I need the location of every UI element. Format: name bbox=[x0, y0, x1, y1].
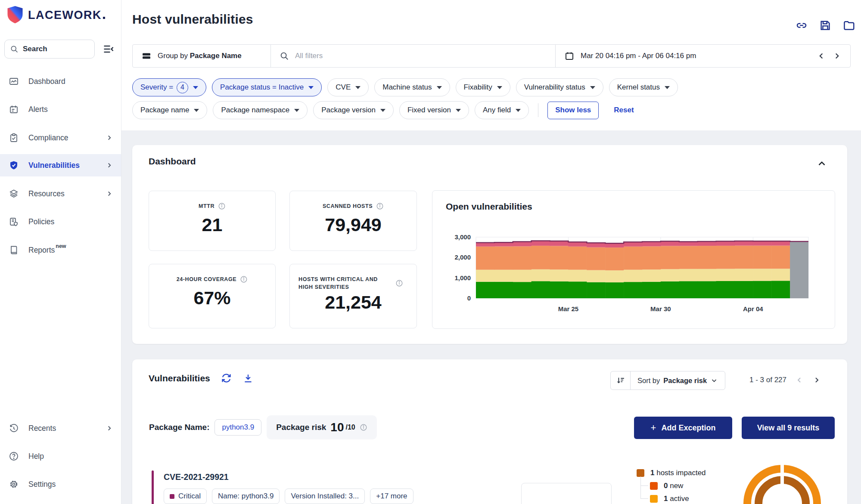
sidebar-item-policies[interactable]: Policies bbox=[0, 210, 121, 233]
sidebar-search-input[interactable] bbox=[23, 45, 83, 53]
chart-bar-pink-band bbox=[734, 241, 753, 246]
info-icon[interactable] bbox=[240, 275, 248, 283]
sidebar-item-reports[interactable]: Reports new bbox=[0, 239, 121, 261]
sidebar-item-vulnerabilities[interactable]: Vulnerabilities bbox=[0, 154, 121, 176]
sidebar-item-settings[interactable]: Settings bbox=[0, 473, 121, 495]
chart-bar-yellow-band bbox=[568, 270, 587, 281]
host-vulnerabilities-page: LACEWORK Dashboard Alerts Compliance Vul… bbox=[0, 0, 861, 504]
chart-bar-green-band bbox=[716, 281, 735, 298]
chart-bar-green-band bbox=[532, 281, 550, 298]
date-range-picker[interactable]: Mar 20 04:16 pm - Apr 06 04:16 pm bbox=[556, 45, 850, 67]
chart-bar-green-band bbox=[605, 282, 624, 298]
info-icon[interactable] bbox=[376, 202, 384, 210]
chart-bar-orange-band bbox=[605, 247, 624, 270]
filter-chip-package-namespace[interactable]: Package namespace bbox=[213, 101, 308, 119]
info-icon[interactable] bbox=[395, 279, 403, 287]
chip-label: Package status = Inactive bbox=[220, 83, 304, 92]
folder-icon[interactable] bbox=[842, 19, 855, 32]
brand-name: LACEWORK bbox=[28, 9, 102, 22]
collapse-panel-chevron-up-icon[interactable] bbox=[816, 158, 827, 169]
filter-chip-kernel-status[interactable]: Kernel status bbox=[609, 78, 678, 96]
chart-bar-pink-band bbox=[753, 241, 771, 245]
filter-chip-fixed-version[interactable]: Fixed version bbox=[399, 101, 469, 119]
severity-badge-label: Critical bbox=[178, 492, 201, 501]
chart-bar-yellow-band bbox=[587, 270, 605, 282]
package-name-badge[interactable]: Name: python3.9 bbox=[212, 489, 280, 504]
pagination-previous-icon[interactable] bbox=[795, 376, 804, 384]
dashboard-panel-title: Dashboard bbox=[149, 156, 196, 167]
sidebar-item-alerts[interactable]: Alerts bbox=[0, 98, 121, 121]
info-icon[interactable] bbox=[360, 424, 367, 431]
filter-chip-severity[interactable]: Severity = 4 bbox=[132, 78, 206, 96]
refresh-icon[interactable] bbox=[221, 372, 232, 384]
show-less-button[interactable]: Show less bbox=[547, 102, 599, 119]
filter-chip-machine-status[interactable]: Machine status bbox=[374, 78, 450, 96]
chevron-down-icon bbox=[355, 86, 361, 89]
download-icon[interactable] bbox=[242, 373, 254, 384]
sidebar-item-label: Reports bbox=[28, 246, 55, 255]
filter-chip-package-status[interactable]: Package status = Inactive bbox=[212, 78, 322, 96]
save-icon[interactable] bbox=[819, 19, 832, 32]
sidebar-item-recents[interactable]: Recents bbox=[0, 417, 121, 439]
info-icon[interactable] bbox=[218, 202, 226, 210]
stat-card-24h-coverage: 24-HOUR COVERAGE 67% bbox=[149, 264, 276, 328]
legend-item-active: 1 active bbox=[650, 495, 689, 503]
collapse-sidebar-icon[interactable] bbox=[103, 43, 115, 57]
chart-bar-orange-band bbox=[568, 247, 587, 270]
package-name-chip[interactable]: python3.9 bbox=[214, 419, 261, 436]
chevron-down-icon bbox=[294, 109, 299, 112]
chart-bar-pink-band bbox=[679, 241, 698, 246]
pagination-next-icon[interactable] bbox=[812, 376, 821, 384]
sidebar-item-dashboard[interactable]: Dashboard bbox=[0, 70, 121, 93]
chevron-down-icon bbox=[194, 109, 199, 112]
reset-filters-link[interactable]: Reset bbox=[614, 106, 634, 114]
sidebar-search-box[interactable] bbox=[4, 40, 95, 59]
sort-control[interactable]: Sort by Package risk bbox=[610, 371, 725, 390]
more-badges-badge[interactable]: +17 more bbox=[370, 489, 413, 504]
chip-label: Fixed version bbox=[407, 106, 451, 114]
filter-chip-package-version[interactable]: Package version bbox=[313, 101, 394, 119]
sidebar-item-compliance[interactable]: Compliance bbox=[0, 127, 121, 149]
chevron-down-icon bbox=[497, 86, 502, 89]
stat-label: MTTR bbox=[199, 203, 214, 209]
sort-direction-icon[interactable] bbox=[611, 371, 631, 390]
chart-bar-orange-band bbox=[753, 246, 771, 269]
filter-chip-package-name[interactable]: Package name bbox=[132, 101, 207, 119]
group-by-control[interactable]: Group by Package Name bbox=[133, 45, 270, 67]
plus-icon: + bbox=[651, 422, 656, 433]
chevron-down-icon bbox=[308, 86, 314, 89]
sidebar-item-resources[interactable]: Resources bbox=[0, 182, 121, 205]
filter-chip-any-field[interactable]: Any field bbox=[475, 101, 529, 119]
cve-id-link[interactable]: CVE-2021-29921 bbox=[164, 472, 229, 482]
chart-bar-green-band bbox=[642, 282, 661, 298]
chart-bar-pink-band bbox=[476, 243, 494, 247]
filter-chip-cve[interactable]: CVE bbox=[327, 78, 369, 96]
compliance-icon bbox=[9, 133, 19, 143]
lacework-shield-logo-icon bbox=[6, 5, 24, 25]
chart-bar-pink-band bbox=[771, 241, 790, 245]
chips-divider bbox=[538, 103, 538, 117]
chart-bar-orange-band bbox=[716, 246, 735, 269]
sidebar-item-label: Dashboard bbox=[28, 77, 65, 86]
severity-badge[interactable]: Critical bbox=[164, 489, 207, 504]
all-filters-search[interactable] bbox=[271, 45, 555, 67]
package-risk-value: 10 bbox=[330, 421, 344, 434]
view-all-results-button[interactable]: View all 9 results bbox=[742, 417, 835, 439]
next-period-icon[interactable] bbox=[832, 51, 842, 61]
previous-period-icon[interactable] bbox=[817, 51, 826, 61]
filter-chip-row-1: Severity = 4 Package status = Inactive C… bbox=[132, 78, 678, 96]
legend-value: 1 bbox=[664, 495, 668, 503]
legend-value: 0 bbox=[664, 482, 668, 490]
all-filters-input[interactable] bbox=[295, 52, 519, 60]
filter-chip-fixability[interactable]: Fixability bbox=[456, 78, 510, 96]
filter-chip-vulnerability-status[interactable]: Vulnerability status bbox=[516, 78, 603, 96]
lacework-logo[interactable]: LACEWORK bbox=[6, 5, 105, 25]
add-exception-button[interactable]: + Add Exception bbox=[634, 417, 732, 439]
chevron-right-icon bbox=[106, 190, 113, 198]
version-installed-badge[interactable]: Version Installed: 3... bbox=[285, 489, 365, 504]
legend-item-hosts-impacted: 1 hosts impacted bbox=[637, 469, 706, 477]
chart-bar-yellow-band bbox=[605, 270, 624, 282]
copy-link-icon[interactable] bbox=[795, 19, 808, 32]
vulnerability-impact-tab[interactable]: Vulnerability impact bbox=[521, 483, 612, 504]
sidebar-item-help[interactable]: Help bbox=[0, 445, 121, 467]
